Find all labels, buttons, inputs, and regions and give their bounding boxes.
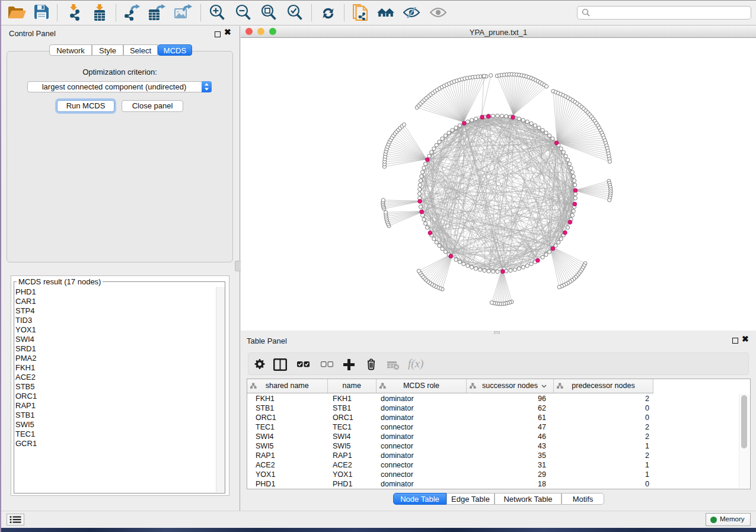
svg-text:f(x): f(x): [408, 358, 423, 370]
